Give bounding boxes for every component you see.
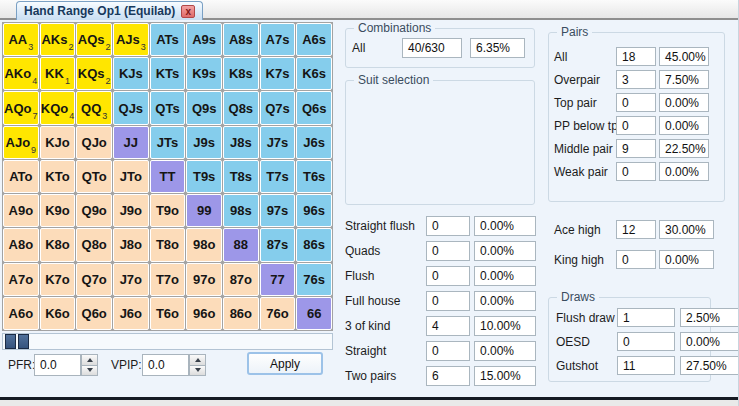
slider-handle-left[interactable] (5, 334, 16, 349)
hand-cell-KK[interactable]: KK1 (40, 57, 76, 90)
stat-count-box: 12 (616, 220, 656, 239)
hand-cell-A9s[interactable]: A9s (186, 23, 222, 56)
hand-cell-J8o[interactable]: J8o (113, 228, 149, 261)
hand-cell-T9o[interactable]: T9o (150, 194, 186, 227)
hand-cell-Q6o[interactable]: Q6o (76, 297, 112, 330)
hand-cell-Q9s[interactable]: Q9s (186, 91, 222, 124)
hand-cell-AKs[interactable]: AKs2 (40, 23, 76, 56)
hand-cell-AJo[interactable]: AJo9 (3, 126, 39, 159)
hand-cell-Q7s[interactable]: Q7s (260, 91, 296, 124)
pfr-spin-up-icon[interactable] (81, 354, 98, 366)
hand-cell-KQs[interactable]: KQs2 (76, 57, 112, 90)
hand-cell-AQo[interactable]: AQo7 (3, 91, 39, 124)
hand-cell-77[interactable]: 77 (260, 263, 296, 296)
hand-cell-Q8s[interactable]: Q8s (223, 91, 259, 124)
hand-cell-87o[interactable]: 87o (223, 263, 259, 296)
hand-cell-J6s[interactable]: J6s (296, 126, 332, 159)
vpip-spin-down-icon[interactable] (189, 366, 206, 377)
tab-hand-range[interactable]: Hand Range Op1 (Equilab) x (16, 1, 203, 20)
hand-cell-KJo[interactable]: KJo (40, 126, 76, 159)
hand-cell-88[interactable]: 88 (223, 228, 259, 261)
hand-cell-K7s[interactable]: K7s (260, 57, 296, 90)
stat-percent-box: 27.50% (680, 356, 739, 375)
hand-cell-T8o[interactable]: T8o (150, 228, 186, 261)
pfr-spin-down-icon[interactable] (81, 366, 98, 377)
hand-cell-A6o[interactable]: A6o (3, 297, 39, 330)
hand-cell-98s[interactable]: 98s (223, 194, 259, 227)
hand-cell-A7o[interactable]: A7o (3, 263, 39, 296)
hand-cell-87s[interactable]: 87s (260, 228, 296, 261)
hand-cell-A6s[interactable]: A6s (296, 23, 332, 56)
hand-cell-KTo[interactable]: KTo (40, 160, 76, 193)
close-icon[interactable]: x (181, 5, 195, 18)
hand-cell-Q8o[interactable]: Q8o (76, 228, 112, 261)
hand-cell-J9o[interactable]: J9o (113, 194, 149, 227)
hand-cell-76o[interactable]: 76o (260, 297, 296, 330)
hand-cell-QTo[interactable]: QTo (76, 160, 112, 193)
hand-cell-Q9o[interactable]: Q9o (76, 194, 112, 227)
hand-cell-KJs[interactable]: KJs (113, 57, 149, 90)
hand-cell-T6s[interactable]: T6s (296, 160, 332, 193)
apply-button[interactable]: Apply (247, 352, 323, 375)
hand-cell-K6o[interactable]: K6o (40, 297, 76, 330)
hand-cell-Q7o[interactable]: Q7o (76, 263, 112, 296)
hand-cell-A7s[interactable]: A7s (260, 23, 296, 56)
hand-cell-JJ[interactable]: JJ (113, 126, 149, 159)
hand-cell-97o[interactable]: 97o (186, 263, 222, 296)
hand-cell-86s[interactable]: 86s (296, 228, 332, 261)
pfr-input[interactable]: 0.0 (34, 354, 81, 376)
hand-cell-AJs[interactable]: AJs3 (113, 23, 149, 56)
hand-cell-K7o[interactable]: K7o (40, 263, 76, 296)
hand-cell-T9s[interactable]: T9s (186, 160, 222, 193)
hand-cell-Q6s[interactable]: Q6s (296, 91, 332, 124)
hand-cell-96s[interactable]: 96s (296, 194, 332, 227)
hand-cell-TT[interactable]: TT (150, 160, 186, 193)
hand-cell-99[interactable]: 99 (186, 194, 222, 227)
hand-cell-ATs[interactable]: ATs (150, 23, 186, 56)
hand-cell-QJo[interactable]: QJo (76, 126, 112, 159)
hand-cell-T7s[interactable]: T7s (260, 160, 296, 193)
hand-cell-A8s[interactable]: A8s (223, 23, 259, 56)
hand-cell-AA[interactable]: AA3 (3, 23, 39, 56)
hand-cell-J7s[interactable]: J7s (260, 126, 296, 159)
vpip-spin-up-icon[interactable] (189, 354, 206, 366)
hand-cell-K6s[interactable]: K6s (296, 57, 332, 90)
stat-row: Flush00.00% (345, 266, 536, 286)
hand-cell-K8s[interactable]: K8s (223, 57, 259, 90)
grid-scrollbar[interactable] (2, 333, 333, 350)
hand-cell-A8o[interactable]: A8o (3, 228, 39, 261)
slider-handle-right[interactable] (18, 334, 29, 349)
hand-cell-97s[interactable]: 97s (260, 194, 296, 227)
hand-cell-J7o[interactable]: J7o (113, 263, 149, 296)
hand-cell-JTo[interactable]: JTo (113, 160, 149, 193)
hand-cell-T7o[interactable]: T7o (150, 263, 186, 296)
hand-cell-76s[interactable]: 76s (296, 263, 332, 296)
hand-cell-86o[interactable]: 86o (223, 297, 259, 330)
hand-cell-AKo[interactable]: AKo4 (3, 57, 39, 90)
stat-row: Middle pair922.50% (554, 139, 714, 158)
hand-cell-66[interactable]: 66 (296, 297, 332, 330)
stat-row: Full house00.00% (345, 291, 536, 311)
hand-cell-A9o[interactable]: A9o (3, 194, 39, 227)
hand-cell-KTs[interactable]: KTs (150, 57, 186, 90)
hand-cell-AQs[interactable]: AQs2 (76, 23, 112, 56)
hand-cell-J6o[interactable]: J6o (113, 297, 149, 330)
hand-cell-K9o[interactable]: K9o (40, 194, 76, 227)
hand-cell-98o[interactable]: 98o (186, 228, 222, 261)
hand-cell-J8s[interactable]: J8s (223, 126, 259, 159)
hand-cell-K8o[interactable]: K8o (40, 228, 76, 261)
hand-cell-96o[interactable]: 96o (186, 297, 222, 330)
hand-cell-QJs[interactable]: QJs (113, 91, 149, 124)
hand-cell-ATo[interactable]: ATo (3, 160, 39, 193)
hand-cell-QTs[interactable]: QTs (150, 91, 186, 124)
hand-cell-T8s[interactable]: T8s (223, 160, 259, 193)
hand-cell-KQo[interactable]: KQo4 (40, 91, 76, 124)
hand-cell-K9s[interactable]: K9s (186, 57, 222, 90)
stat-row: Straight00.00% (345, 341, 536, 361)
vpip-input[interactable]: 0.0 (142, 354, 189, 376)
stat-percent-box: 0.00% (474, 266, 536, 286)
hand-cell-QQ[interactable]: QQ3 (76, 91, 112, 124)
hand-cell-JTs[interactable]: JTs (150, 126, 186, 159)
hand-cell-T6o[interactable]: T6o (150, 297, 186, 330)
hand-cell-J9s[interactable]: J9s (186, 126, 222, 159)
